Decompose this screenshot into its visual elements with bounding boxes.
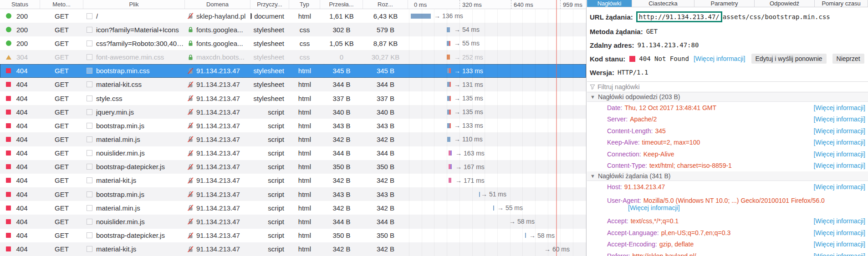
table-row[interactable]: 404GETmaterial-kit.js 91.134.213.47scrip…	[0, 174, 586, 187]
status-cell: 404	[0, 187, 40, 201]
waterfall-bar-segment-violet	[450, 151, 452, 156]
table-row[interactable]: 404GETmaterial.min.js 91.134.213.47scrip…	[0, 132, 586, 146]
status-error-icon	[6, 206, 11, 211]
header-value: 345	[655, 127, 665, 135]
size-cell: 344 B	[363, 78, 408, 91]
domain-cell: sklep-hayland.pl	[185, 9, 250, 23]
waterfall-cell: → 54 ms	[408, 23, 587, 36]
domain-name: 91.134.213.47	[196, 245, 240, 253]
file-icon-placeholder	[87, 150, 92, 156]
header-value: text/html; charset=iso-8859-1	[649, 162, 732, 169]
column-header-roz[interactable]: Roz...	[363, 0, 408, 9]
table-row[interactable]: 404GETbootstrap.min.js 91.134.213.47scri…	[0, 187, 586, 201]
domain-cell: 91.134.213.47	[185, 229, 250, 242]
table-row[interactable]: 404GETmaterial-kit.js 91.134.213.47scrip…	[0, 242, 586, 256]
domain-name: fonts.googlea...	[196, 40, 243, 47]
header-more-info-link[interactable]: [Więcej informacji]	[813, 241, 865, 248]
tab-pomiary-czasu[interactable]: Pomiary czasu	[815, 0, 868, 7]
file-icon-placeholder	[87, 40, 92, 46]
table-row[interactable]: 404GETbootstrap-datepicker.js 91.134.213…	[0, 160, 586, 174]
file-name: bootstrap-datepicker.js	[96, 231, 165, 239]
column-header-status[interactable]: Status	[0, 0, 40, 9]
header-more-info-link[interactable]: [Więcej informacji]	[813, 139, 865, 146]
column-header-plik[interactable]: Plik	[83, 0, 185, 9]
lock-secure-icon	[188, 54, 194, 60]
status-more-info-link[interactable]: [Więcej informacji]	[694, 55, 745, 62]
table-row[interactable]: 404GETmaterial-kit.css 91.134.213.47styl…	[0, 78, 586, 91]
waterfall-bar-segment-violet	[450, 164, 452, 169]
table-row[interactable]: 404GETnouislider.min.js 91.134.213.47scr…	[0, 215, 586, 228]
header-name: Content-Type	[607, 162, 645, 169]
remote-address-value: 91.134.213.47:80	[638, 41, 699, 49]
waterfall-bar	[449, 164, 452, 169]
status-code: 200	[11, 26, 40, 34]
tab-ciasteczka[interactable]: Ciasteczka	[632, 0, 694, 7]
header-more-info-link[interactable]: [Więcej informacji]	[813, 217, 865, 225]
size-cell: 343 B	[363, 187, 408, 201]
request-headers-section[interactable]: ▼ Nagłówki żądania (341 B)	[587, 171, 868, 181]
table-row[interactable]: 200GETicon?family=Material+Icons fonts.g…	[0, 23, 586, 36]
column-header-typ[interactable]: Typ	[289, 0, 320, 9]
raw-headers-button[interactable]: Nieprzet	[832, 54, 864, 64]
lock-insecure-icon	[188, 68, 194, 74]
column-header-przyczy[interactable]: Przyczy...	[250, 0, 289, 9]
size-cell: 8,87 KB	[363, 36, 408, 50]
header-colon: :	[620, 183, 622, 191]
waterfall-cell: → 136 ms	[408, 9, 587, 23]
domain-name: 91.134.213.47	[196, 149, 240, 157]
header-more-info-link[interactable]: [Więcej informacji]	[813, 151, 865, 158]
table-row[interactable]: 404GETstyle.css 91.134.213.47stylesheeth…	[0, 91, 586, 105]
waterfall-bar-segment-orange	[447, 55, 450, 60]
domain-cell: 91.134.213.47	[185, 119, 250, 132]
cause-cell: stylesheet	[250, 50, 289, 64]
tab-parametry[interactable]: Parametry	[694, 0, 755, 7]
header-more-info-link[interactable]: [Więcej informacji]	[813, 162, 865, 169]
table-row[interactable]: 404GETbootstrap.min.css 91.134.213.47sty…	[0, 64, 586, 78]
waterfall-bar	[411, 14, 431, 19]
file-cell: material-kit.css	[83, 78, 185, 91]
waterfall-bar	[493, 206, 494, 211]
domain-name: 91.134.213.47	[196, 108, 240, 116]
waterfall-cell: → 252 ms	[408, 50, 587, 64]
column-header-meto[interactable]: Meto...	[40, 0, 83, 9]
table-row[interactable]: 404GETnouislider.min.js 91.134.213.47scr…	[0, 146, 586, 160]
cause-cell: script	[250, 119, 289, 132]
waterfall-timing-label: → 163 ms	[455, 146, 485, 160]
tab-nagłówki[interactable]: Nagłówki	[587, 0, 632, 7]
lock-secure-icon	[188, 40, 194, 46]
table-row[interactable]: 304GETfont-awesome.min.css maxcdn.boots.…	[0, 50, 586, 64]
header-more-info-link[interactable]: [Więcej informacji]	[813, 104, 865, 111]
waterfall-header[interactable]: 0 ms320 ms640 ms959 ms	[408, 0, 587, 9]
column-header-przesa[interactable]: Przesła...	[320, 0, 363, 9]
transferred-cell: 342 B	[320, 201, 363, 215]
table-row[interactable]: 404GETbootstrap.min.js 91.134.213.47scri…	[0, 119, 586, 132]
method-cell: GET	[40, 64, 83, 78]
response-headers-section[interactable]: ▼ Nagłówki odpowiedzi (203 B)	[587, 92, 868, 102]
table-row[interactable]: 200GET/ sklep-hayland.plJSdocumenthtml1,…	[0, 9, 586, 23]
filter-headers-input[interactable]	[597, 83, 868, 90]
table-row[interactable]: 200GETcss?family=Roboto:300,400... fonts…	[0, 36, 586, 50]
header-more-info-link[interactable]: [Więcej informacji]	[813, 127, 865, 135]
header-more-info-link[interactable]: [Więcej informacji]	[813, 252, 865, 256]
header-more-info-link[interactable]: [Więcej informacji]	[628, 204, 868, 211]
header-more-info-link[interactable]: [Więcej informacji]	[813, 183, 865, 191]
header-more-info-link[interactable]: [Więcej informacji]	[813, 115, 865, 123]
header-more-info-link[interactable]: [Więcej informacji]	[813, 229, 865, 236]
table-row[interactable]: 404GETjquery.min.js 91.134.213.47scripth…	[0, 105, 586, 119]
cause-cell: script	[250, 132, 289, 146]
domain-cell: 91.134.213.47	[185, 132, 250, 146]
tab-odpowiedź[interactable]: Odpowiedź	[755, 0, 815, 7]
remote-address-row: Zdalny adres: 91.134.213.47:80	[590, 38, 868, 52]
table-row[interactable]: 404GETbootstrap-datepicker.js 91.134.213…	[0, 229, 586, 242]
transferred-cell: 343 B	[320, 187, 363, 201]
table-row[interactable]: 404GETmaterial.min.js 91.134.213.47scrip…	[0, 201, 586, 215]
header-colon: :	[639, 151, 641, 158]
header-name: User-Agent	[607, 197, 639, 204]
status-error-icon	[6, 178, 11, 183]
headers-filter	[587, 81, 868, 92]
http-header-item: Accept:text/css,*/*;q=0.1[Więcej informa…	[587, 216, 868, 227]
edit-resend-button[interactable]: Edytuj i wyślij ponownie	[751, 54, 827, 64]
type-cell: html	[289, 187, 320, 201]
column-header-domena[interactable]: Domena	[185, 0, 250, 9]
waterfall-cell: → 110 ms	[408, 132, 587, 146]
